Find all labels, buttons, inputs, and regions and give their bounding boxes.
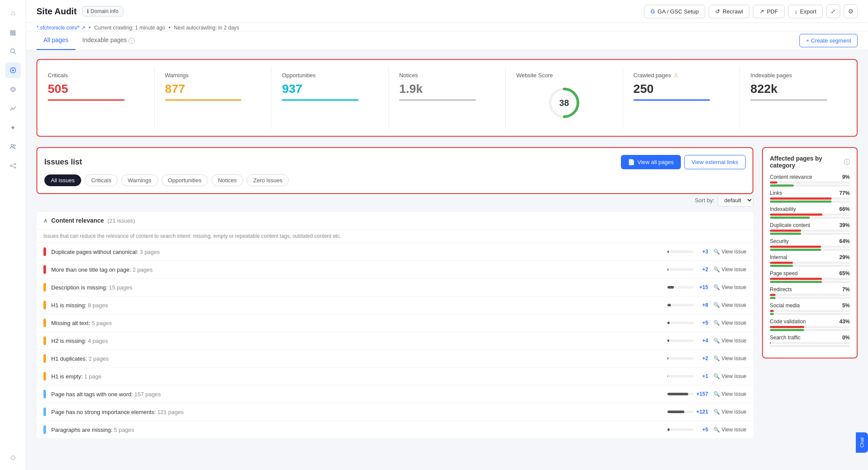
stat-indexable-pages[interactable]: Indexable pages 822k	[740, 67, 857, 129]
filter-criticals[interactable]: Criticals	[85, 174, 118, 186]
sidebar-item-links[interactable]	[5, 82, 21, 97]
view-issue-button[interactable]: 🔍 View issue	[713, 266, 746, 273]
pdf-button[interactable]: ↗ PDF	[753, 5, 785, 18]
category-name: Internal	[770, 254, 787, 260]
category-pct: 29%	[839, 254, 850, 260]
list-item[interactable]: Code validation 43%	[770, 319, 850, 331]
filter-notices[interactable]: Notices	[211, 174, 243, 186]
ga-gsc-button[interactable]: G GA / GSC Setup	[644, 5, 705, 18]
category-bar-red	[770, 181, 777, 184]
issue-count: +15	[695, 284, 708, 290]
view-issue-button[interactable]: 🔍 View issue	[713, 373, 746, 379]
list-item[interactable]: Redirects 7%	[770, 286, 850, 299]
category-bar-green-fill	[770, 200, 832, 203]
category-bar-green	[770, 265, 850, 267]
list-item[interactable]: Page speed 65%	[770, 270, 850, 283]
category-info-icon[interactable]: i	[844, 159, 850, 165]
search-icon: 🔍	[713, 427, 720, 433]
view-issue-button[interactable]: 🔍 View issue	[713, 427, 746, 433]
sidebar-item-connections[interactable]	[5, 158, 21, 174]
list-item[interactable]: Indexability 66%	[770, 206, 850, 219]
issue-progress	[667, 286, 693, 289]
category-bar-green	[770, 297, 850, 299]
notices-label: Notices	[399, 72, 495, 79]
issue-text: More than one title tag on page: 2 pages	[51, 266, 662, 273]
category-name: Duplicate content	[770, 222, 810, 228]
export-button[interactable]: ↓ Export	[788, 5, 823, 18]
view-issue-button[interactable]: 🔍 View issue	[713, 409, 746, 415]
list-item[interactable]: Social media 5%	[770, 302, 850, 315]
view-issue-button[interactable]: 🔍 View issue	[713, 284, 746, 290]
sidebar-item-magic[interactable]: ✦	[5, 120, 21, 135]
sidebar-item-diamond[interactable]: ◇	[5, 449, 21, 465]
view-issue-button[interactable]: 🔍 View issue	[713, 249, 746, 255]
stat-website-score[interactable]: Website Score 38	[506, 67, 623, 129]
view-all-pages-button[interactable]: 📄 View all pages	[621, 155, 681, 169]
google-icon: G	[650, 8, 655, 15]
category-pct: 64%	[839, 238, 850, 244]
settings-button[interactable]: ⚙	[844, 4, 858, 18]
recrawl-button[interactable]: ↺ Recrawl	[709, 5, 749, 18]
filter-warnings[interactable]: Warnings	[121, 174, 158, 186]
sidebar-item-home[interactable]: ⌂	[5, 5, 21, 21]
issue-bar-area: +1	[667, 373, 708, 379]
view-issue-button[interactable]: 🔍 View issue	[713, 320, 746, 326]
view-issue-button[interactable]: 🔍 View issue	[713, 391, 746, 397]
table-row: H1 is missing: 8 pages +8 🔍 View issue	[36, 296, 753, 314]
svg-point-5	[12, 89, 14, 91]
list-item[interactable]: Content relevance 9%	[770, 174, 850, 187]
issue-count: +2	[695, 355, 708, 362]
domain-link[interactable]: *.sfchronicle.com/* ↗	[36, 25, 86, 31]
crawled-bar	[634, 99, 710, 101]
sidebar-item-dashboard[interactable]: ▦	[5, 24, 21, 40]
tab-indexable-pages[interactable]: Indexable pages i	[76, 31, 142, 50]
sidebar-item-users[interactable]	[5, 139, 21, 154]
view-issue-button[interactable]: 🔍 View issue	[713, 355, 746, 362]
stat-warnings[interactable]: Warnings 877	[155, 67, 272, 129]
list-item[interactable]: Security 64%	[770, 238, 850, 251]
view-external-links-button[interactable]: View external links	[684, 155, 746, 169]
issue-indicator	[43, 319, 46, 327]
share-button[interactable]: ⤢	[826, 4, 840, 18]
table-row: Paragraphs are missing: 5 pages +5 🔍 Vie…	[36, 421, 753, 438]
issue-indicator	[43, 372, 46, 381]
category-item-header: Content relevance 9%	[770, 174, 850, 180]
create-segment-button[interactable]: + Create segment	[799, 34, 858, 47]
crawl-status: Current crawling: 1 minute ago	[94, 25, 165, 31]
list-item[interactable]: Internal 29%	[770, 254, 850, 267]
issue-text: Paragraphs are missing: 5 pages	[51, 427, 662, 433]
domain-info-button[interactable]: ℹ Domain info	[82, 6, 123, 16]
list-item[interactable]: Links 77%	[770, 190, 850, 203]
svg-point-6	[11, 145, 13, 147]
issue-count: +2	[695, 266, 708, 273]
category-pct: 5%	[842, 302, 850, 309]
list-item[interactable]: Search traffic 0%	[770, 335, 850, 347]
sidebar-item-audit[interactable]	[5, 62, 21, 78]
list-item[interactable]: Duplicate content 39%	[770, 222, 850, 235]
sidebar-item-search[interactable]	[5, 43, 21, 59]
next-crawl: Next autocrawling: in 2 days	[174, 25, 239, 31]
issue-count: +3	[695, 249, 708, 255]
sort-select[interactable]: default	[718, 194, 753, 207]
chat-button[interactable]: Chat	[856, 432, 868, 453]
filter-zero-issues[interactable]: Zero issues	[247, 174, 289, 186]
category-bar	[770, 294, 850, 296]
category-panel-inner: Affected pages by category i Content rel…	[762, 147, 858, 358]
crawled-pages-value: 250	[634, 82, 729, 96]
opportunities-bar	[282, 99, 359, 101]
stat-crawled-pages[interactable]: Crawled pages ⚠ 250	[623, 67, 740, 129]
sidebar-item-analytics[interactable]	[5, 101, 21, 116]
indexable-info-icon[interactable]: i	[129, 38, 135, 44]
filter-tabs: All issues Criticals Warnings Opportunit…	[44, 174, 746, 186]
tab-all-pages[interactable]: All pages	[36, 31, 76, 50]
stat-notices[interactable]: Notices 1.9k	[389, 67, 506, 129]
issue-text: H2 is missing: 4 pages	[51, 338, 662, 344]
view-issue-button[interactable]: 🔍 View issue	[713, 302, 746, 308]
filter-all-issues[interactable]: All issues	[44, 174, 81, 186]
issue-progress	[667, 428, 693, 431]
view-issue-button[interactable]: 🔍 View issue	[713, 338, 746, 344]
filter-opportunities[interactable]: Opportunities	[162, 174, 208, 186]
collapse-icon[interactable]: ∧	[43, 217, 48, 224]
stat-opportunities[interactable]: Opportunities 937	[271, 67, 389, 129]
stat-criticals[interactable]: Criticals 505	[37, 67, 155, 129]
